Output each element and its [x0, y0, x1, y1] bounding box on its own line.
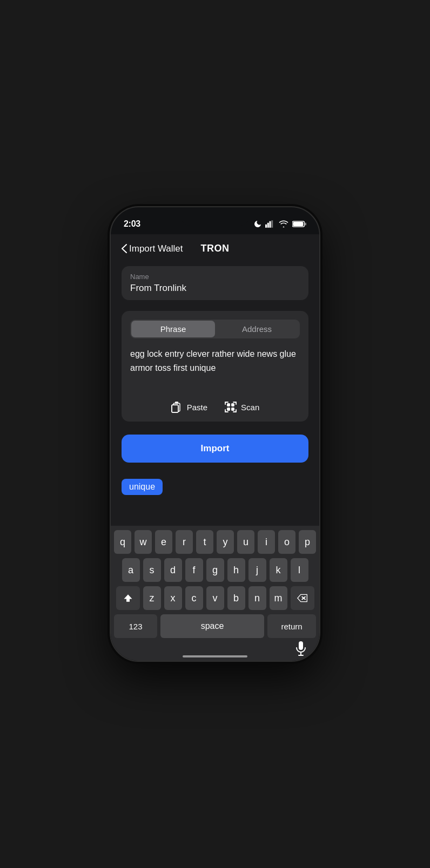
- key-b[interactable]: b: [227, 586, 245, 610]
- svg-rect-6: [293, 222, 303, 226]
- tab-address[interactable]: Address: [215, 321, 299, 337]
- key-h[interactable]: h: [227, 558, 245, 582]
- svg-rect-17: [299, 641, 303, 650]
- key-123[interactable]: 123: [114, 614, 157, 638]
- name-field[interactable]: Name From Tronlink: [122, 266, 308, 300]
- svg-rect-0: [265, 225, 267, 228]
- key-d[interactable]: d: [164, 558, 182, 582]
- keyboard-row-1: q w e r t y u i o p: [114, 530, 316, 554]
- page-title: TRON: [201, 243, 230, 254]
- svg-rect-11: [227, 404, 230, 406]
- key-g[interactable]: g: [206, 558, 224, 582]
- key-j[interactable]: j: [248, 558, 266, 582]
- key-shift[interactable]: [116, 586, 140, 610]
- svg-rect-12: [232, 404, 234, 406]
- key-o[interactable]: o: [278, 530, 295, 554]
- key-x[interactable]: x: [164, 586, 182, 610]
- key-e[interactable]: e: [155, 530, 172, 554]
- moon-icon: [253, 220, 262, 228]
- home-indicator: [183, 655, 247, 657]
- key-z[interactable]: z: [143, 586, 161, 610]
- svg-rect-9: [172, 405, 178, 412]
- nav-bar: Import Wallet TRON: [111, 234, 319, 261]
- key-n[interactable]: n: [248, 586, 266, 610]
- key-space[interactable]: space: [160, 614, 264, 638]
- back-label: Import Wallet: [129, 243, 183, 254]
- phrase-actions: Paste Scan: [130, 401, 300, 413]
- key-c[interactable]: c: [185, 586, 203, 610]
- tab-row: Phrase Address: [130, 320, 300, 338]
- paste-icon: [171, 401, 183, 413]
- key-r[interactable]: r: [176, 530, 193, 554]
- key-m[interactable]: m: [270, 586, 287, 610]
- key-y[interactable]: y: [217, 530, 234, 554]
- key-v[interactable]: v: [206, 586, 224, 610]
- paste-button[interactable]: Paste: [171, 401, 207, 413]
- svg-rect-3: [271, 220, 273, 228]
- key-a[interactable]: a: [122, 558, 140, 582]
- import-button[interactable]: Import: [122, 435, 308, 463]
- phrase-box: Phrase Address egg lock entry clever rat…: [122, 311, 308, 422]
- autocomplete-row: unique: [111, 479, 319, 499]
- keyboard: q w e r t y u i o p a s d f g h j k l: [111, 526, 319, 661]
- keyboard-row-2: a s d f g h j k l: [114, 558, 316, 582]
- key-f[interactable]: f: [185, 558, 203, 582]
- scan-icon: [225, 401, 237, 413]
- key-w[interactable]: w: [135, 530, 152, 554]
- key-t[interactable]: t: [196, 530, 213, 554]
- key-delete[interactable]: [291, 586, 314, 610]
- key-p[interactable]: p: [299, 530, 316, 554]
- status-icons: [253, 220, 306, 228]
- svg-rect-5: [305, 222, 306, 225]
- name-label: Name: [130, 273, 300, 281]
- keyboard-row-3: z x c v b n m: [114, 586, 316, 610]
- svg-rect-2: [270, 221, 271, 228]
- back-button[interactable]: Import Wallet: [122, 243, 183, 254]
- status-time: 2:03: [124, 219, 140, 229]
- scan-button[interactable]: Scan: [225, 401, 259, 413]
- name-value: From Tronlink: [130, 283, 300, 294]
- scan-label: Scan: [241, 403, 259, 412]
- phrase-text[interactable]: egg lock entry clever rather wide news g…: [130, 347, 300, 390]
- key-q[interactable]: q: [114, 530, 131, 554]
- wifi-icon: [278, 220, 289, 228]
- tab-phrase[interactable]: Phrase: [131, 321, 215, 337]
- key-k[interactable]: k: [270, 558, 287, 582]
- mic-icon[interactable]: [294, 641, 307, 656]
- svg-rect-1: [267, 223, 269, 228]
- status-bar: 2:03: [111, 207, 319, 234]
- battery-icon: [292, 220, 306, 228]
- key-l[interactable]: l: [291, 558, 308, 582]
- key-u[interactable]: u: [237, 530, 254, 554]
- autocomplete-chip[interactable]: unique: [122, 479, 163, 495]
- key-s[interactable]: s: [143, 558, 161, 582]
- key-i[interactable]: i: [258, 530, 275, 554]
- signal-icon: [265, 220, 275, 228]
- svg-rect-8: [175, 402, 178, 404]
- paste-label: Paste: [187, 403, 207, 412]
- svg-rect-14: [232, 408, 234, 410]
- svg-rect-13: [227, 408, 230, 410]
- keyboard-bottom-row: 123 space return: [114, 614, 316, 638]
- key-return[interactable]: return: [267, 614, 316, 638]
